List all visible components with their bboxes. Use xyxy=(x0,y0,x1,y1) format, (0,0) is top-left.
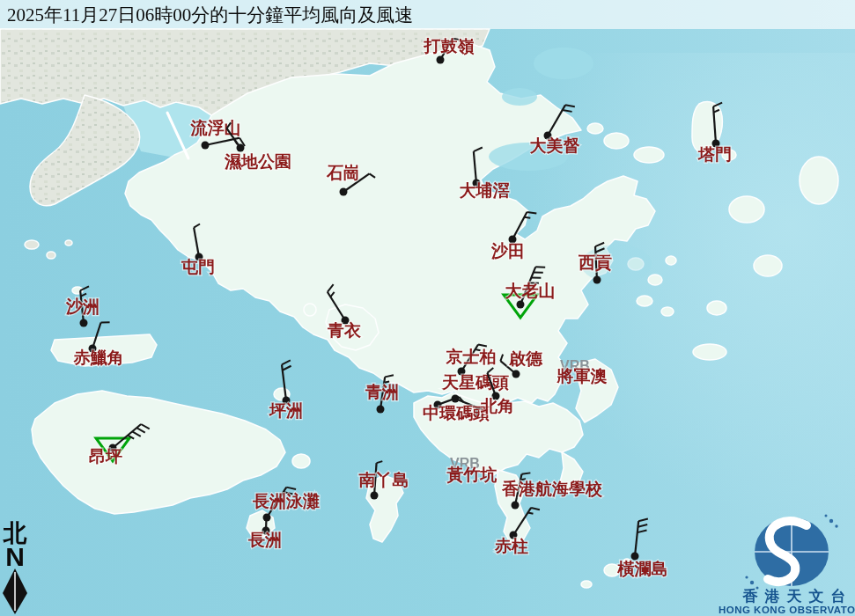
station-name-label: 青衣 xyxy=(327,321,362,340)
station-dot xyxy=(593,276,601,284)
islet xyxy=(25,240,39,249)
station-dot xyxy=(512,502,520,510)
islet xyxy=(47,252,55,259)
island-saikung xyxy=(661,307,674,316)
station-name-label: 京士柏 xyxy=(446,348,497,366)
island-e xyxy=(800,157,838,204)
wind-map-page: 打鼓嶺流浮山濕地公園石崗大埔滘大美督塔門屯門沙田西貢大老山沙洲赤鱲角青衣坪洲青洲… xyxy=(0,0,855,616)
island-ne xyxy=(604,133,629,149)
station-name-label: 沙田 xyxy=(490,242,525,260)
station-name-label: 濕地公園 xyxy=(224,152,291,171)
station-name-label: 北角 xyxy=(480,397,514,415)
station-name-label: 大美督 xyxy=(530,136,580,155)
station-dot xyxy=(340,188,348,196)
station-name-label: 流浮山 xyxy=(190,119,241,137)
station-name-label: 橫瀾島 xyxy=(617,560,668,578)
wind-barb-feather xyxy=(524,217,530,218)
station-name-label: 塔門 xyxy=(697,145,732,164)
hko-logo-name-zh: 香港天文台 xyxy=(742,588,853,605)
station-name-label: 香港航海學校 xyxy=(501,480,603,498)
station-name-label: 黃竹坑 xyxy=(446,466,498,484)
island-ne xyxy=(587,123,603,134)
station-name-label: 將軍澳 xyxy=(556,367,608,385)
station-dot xyxy=(437,56,445,64)
station-name-label: 屯門 xyxy=(181,258,215,276)
station-name-label: 天星碼頭 xyxy=(441,373,509,392)
station-name-label: 啟德 xyxy=(508,349,543,368)
island-e xyxy=(707,301,726,315)
ma-wan-island xyxy=(304,304,316,316)
station-name-label: 長洲泳灘 xyxy=(252,492,320,510)
station-dot xyxy=(517,301,525,309)
wind-barb-feather xyxy=(521,473,530,473)
map-title: 2025年11月27日06時00分的十分鐘平均風向及風速 xyxy=(7,4,413,26)
station-name-label: 打鼓嶺 xyxy=(424,37,475,55)
station-name-label: 中環碼頭 xyxy=(423,404,490,422)
station-dot xyxy=(202,142,210,150)
station-dot xyxy=(80,319,88,327)
station-name-label: 長洲 xyxy=(247,531,282,549)
station-name-label: 西貢 xyxy=(578,253,612,272)
hong-kong-wind-map: 打鼓嶺流浮山濕地公園石崗大埔滘大美督塔門屯門沙田西貢大老山沙洲赤鱲角青衣坪洲青洲… xyxy=(0,0,855,616)
island-e xyxy=(729,196,764,223)
station-name-label: 昂坪 xyxy=(89,447,122,466)
islet xyxy=(65,240,72,246)
station-name-label: 大老山 xyxy=(505,282,556,300)
island-saikung xyxy=(666,256,676,265)
station-dot xyxy=(371,492,379,500)
island-saikung xyxy=(648,275,662,285)
island-e xyxy=(754,255,782,276)
station-name-label: 南丫島 xyxy=(358,471,409,489)
station-dot xyxy=(377,406,385,414)
hko-logo-name-en: HONG KONG OBSERVATORY xyxy=(719,605,855,615)
station-name-label: 青洲 xyxy=(365,383,399,401)
compass-north-en: N xyxy=(5,542,25,571)
island-saikung xyxy=(637,296,652,306)
island-saikung xyxy=(693,344,726,360)
station-name-label: 坪洲 xyxy=(269,401,303,420)
station-name-label: 赤鱲角 xyxy=(73,348,124,367)
station-name-label: 赤柱 xyxy=(494,537,528,555)
station-name-label: 大埔滘 xyxy=(460,181,510,200)
station-dot xyxy=(512,370,520,378)
station-name-label: 沙洲 xyxy=(65,297,100,316)
station-dot xyxy=(237,144,245,152)
island-ne xyxy=(634,147,664,163)
wind-barb-feather xyxy=(528,512,534,513)
hei-ling-chau-island xyxy=(292,454,310,468)
islet-s xyxy=(581,581,592,588)
station-name-label: 石崗 xyxy=(326,164,360,182)
